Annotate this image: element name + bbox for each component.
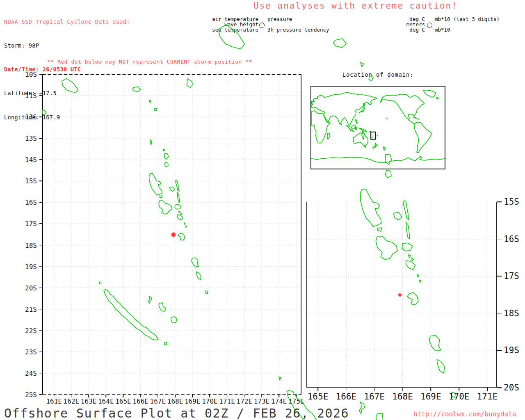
- main-map: [42, 74, 301, 395]
- lon-tick: [227, 395, 228, 397]
- world-coastline: [409, 120, 415, 124]
- storm-position-dot: [398, 293, 402, 297]
- lon-tick: [192, 395, 193, 397]
- coastline: [192, 258, 199, 267]
- lon-tick-label: 169E: [420, 392, 441, 402]
- buoydata-link[interactable]: http://coolwx.com/buoydata: [413, 410, 516, 418]
- info-noaa-line: NOAA SSD Tropical Cyclone Data Used:: [4, 18, 130, 26]
- lon-tick-label: 171E: [477, 392, 498, 402]
- lat-tick: [39, 138, 42, 139]
- lat-tick: [39, 245, 42, 246]
- coastline: [184, 223, 185, 224]
- lat-tick-label: 17S: [25, 220, 37, 228]
- lon-tick: [88, 395, 89, 397]
- lat-tick-label: 20S: [504, 383, 519, 393]
- lon-tick-label: 161E: [46, 397, 62, 405]
- world-coastline: [353, 132, 368, 145]
- lon-tick: [71, 395, 72, 397]
- lat-tick-label: 21S: [25, 305, 37, 313]
- lon-tick: [123, 395, 124, 397]
- lat-tick-label: 24S: [25, 369, 37, 377]
- world-coastline: [311, 92, 377, 126]
- coastline: [99, 282, 100, 284]
- coastline: [181, 213, 182, 215]
- coastline: [429, 336, 441, 351]
- lon-tick-label: 168E: [392, 392, 413, 402]
- zoom-map-coastlines: [307, 202, 496, 387]
- lat-tick: [497, 276, 502, 276]
- lat-tick: [39, 95, 42, 96]
- coastline: [149, 100, 151, 103]
- coastline: [417, 274, 419, 277]
- coastline: [437, 359, 445, 373]
- coastline: [420, 280, 421, 282]
- world-coastline: [386, 118, 387, 119]
- coastline: [361, 62, 364, 67]
- world-coastline: [413, 117, 416, 118]
- coastline: [376, 236, 397, 260]
- lat-tick: [39, 352, 42, 352]
- lat-tick: [39, 181, 42, 182]
- lon-tick: [487, 388, 488, 391]
- lon-tick-label: 170E: [449, 392, 470, 402]
- coastline: [164, 162, 168, 167]
- world-coastline: [352, 125, 356, 129]
- lon-tick-label: 163E: [81, 397, 97, 405]
- station-circle-icon: [259, 23, 265, 28]
- unit-mb10-last3: mb*10 (last 3 digits): [435, 16, 500, 22]
- lat-tick-label: 15S: [504, 197, 519, 207]
- lat-tick: [497, 313, 502, 314]
- coastline: [205, 291, 208, 294]
- coastline: [386, 170, 391, 178]
- coastline: [394, 212, 402, 220]
- lat-tick-label: 16S: [504, 234, 519, 244]
- zoom-map-lon-axis: 165E166E167E168E169E170E171E: [306, 388, 497, 402]
- lon-tick: [244, 395, 245, 397]
- lat-tick-label: 14S: [25, 156, 37, 164]
- coastline: [154, 108, 157, 111]
- coastline: [196, 272, 201, 280]
- lat-tick: [39, 160, 42, 160]
- world-coastline: [365, 146, 366, 148]
- world-map: [310, 86, 445, 169]
- world-coastline: [424, 90, 436, 98]
- coastline: [333, 39, 347, 48]
- world-coastline: [436, 98, 438, 99]
- lat-tick: [497, 387, 502, 388]
- main-map-lat-axis: 10S11S12S13S14S15S16S17S18S19S20S21S22S2…: [0, 74, 42, 395]
- coastline: [176, 180, 179, 192]
- lat-tick-label: 11S: [25, 92, 37, 100]
- lat-tick: [39, 224, 42, 224]
- lat-tick-label: 25S: [25, 391, 37, 399]
- lon-tick: [106, 395, 107, 397]
- world-map-coastlines: [311, 87, 445, 169]
- legend-pressure: pressure: [267, 16, 292, 22]
- lat-tick-label: 18S: [504, 308, 519, 318]
- caution-headline: Use analyses with extreme caution!: [253, 1, 458, 11]
- world-coastline: [418, 119, 419, 119]
- lon-tick-label: 164E: [98, 397, 114, 405]
- lon-tick: [54, 395, 55, 397]
- lat-tick: [39, 74, 42, 75]
- coastline: [406, 222, 410, 239]
- coastline: [42, 110, 46, 114]
- lat-tick-label: 22S: [25, 326, 37, 334]
- lat-tick-label: 10S: [25, 71, 37, 78]
- coastline: [159, 201, 172, 214]
- coastline: [149, 173, 162, 195]
- coastline: [132, 87, 140, 91]
- coastline: [148, 296, 152, 303]
- world-coastline: [355, 127, 357, 130]
- coastline: [177, 192, 180, 202]
- lat-tick-label: 15S: [25, 177, 37, 185]
- unit-deg-c-bottom: deg C: [371, 27, 425, 33]
- lat-tick: [39, 116, 42, 117]
- inset-title: Location of domain:: [310, 71, 445, 78]
- lon-tick-label: 172E: [237, 397, 253, 405]
- zoom-map: [306, 202, 497, 388]
- world-coastline: [341, 124, 342, 125]
- world-coastline: [372, 137, 373, 138]
- coastline: [406, 261, 415, 270]
- lat-tick: [39, 394, 42, 395]
- lon-tick-label: 175E: [288, 397, 304, 405]
